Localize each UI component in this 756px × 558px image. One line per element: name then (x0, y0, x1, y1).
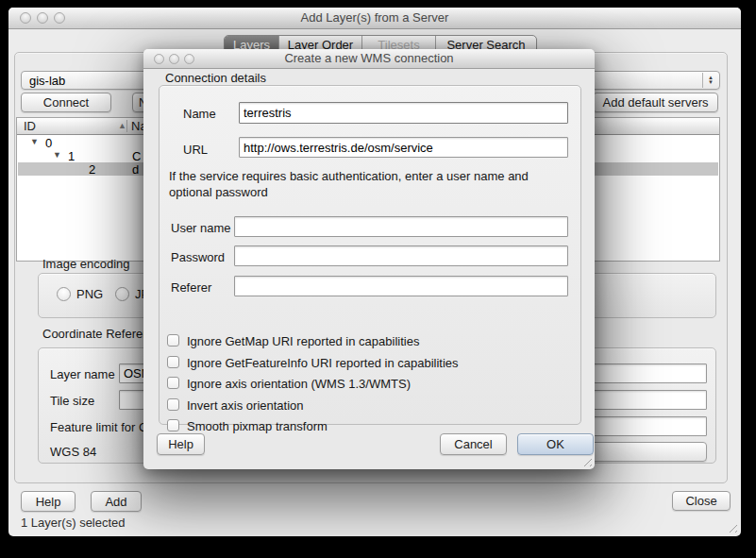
column-divider[interactable] (126, 120, 127, 132)
tile-size-label: Tile size (50, 394, 94, 408)
row-id: 0 (45, 136, 52, 150)
connect-button[interactable]: Connect (21, 93, 111, 112)
disclosure-triangle-icon[interactable]: ▼ (53, 150, 61, 160)
username-label: User name (171, 221, 231, 235)
row-id: 2 (89, 162, 95, 177)
ignore-axis-orientation-label: Ignore axis orientation (WMS 1.3/WMTS) (187, 377, 411, 391)
ignore-getfeatureinfo-checkbox[interactable] (167, 356, 179, 368)
connection-details-label: Connection details (165, 71, 266, 85)
ignore-axis-orientation-checkbox[interactable] (167, 377, 179, 389)
help-button-modal[interactable]: Help (157, 433, 205, 455)
modal-titlebar[interactable]: Create a new WMS connection (143, 49, 595, 69)
auth-note-text: If the service requires basic authentica… (169, 168, 542, 200)
screen: Add Layer(s) from a Server Layers Layer … (0, 0, 756, 558)
smooth-pixmap-checkbox[interactable] (167, 419, 179, 431)
smooth-pixmap-label: Smooth pixmap transform (187, 419, 328, 433)
invert-axis-orientation-checkbox[interactable] (167, 398, 179, 411)
referer-label: Referer (171, 280, 211, 295)
main-titlebar[interactable]: Add Layer(s) from a Server (8, 8, 741, 29)
layer-name-label: Layer name (50, 367, 115, 381)
password-input[interactable] (234, 245, 568, 266)
crs-value-label: WGS 84 (50, 445, 96, 459)
sort-ascending-icon: ▲ (118, 121, 126, 130)
png-radio[interactable] (57, 287, 71, 301)
url-input[interactable] (239, 137, 568, 158)
wms-connection-dialog: Create a new WMS connection Connection d… (143, 49, 595, 469)
status-text: 1 Layer(s) selected (21, 516, 126, 530)
url-label: URL (183, 143, 208, 157)
modal-title: Create a new WMS connection (143, 51, 595, 65)
ok-button[interactable]: OK (517, 433, 594, 455)
combo-stepper-icon: ▲▼ (702, 73, 718, 88)
ignore-getmap-label: Ignore GetMap URI reported in capabiliti… (187, 334, 419, 348)
column-header-id[interactable]: ID (24, 119, 36, 133)
server-connection-value: gis-lab (29, 74, 65, 88)
window-title: Add Layer(s) from a Server (8, 10, 741, 25)
add-button[interactable]: Add (91, 491, 142, 512)
ignore-getfeatureinfo-label: Ignore GetFeatureInfo URI reported in ca… (187, 356, 459, 370)
name-label: Name (183, 107, 216, 121)
close-button[interactable]: Close (672, 491, 731, 511)
image-encoding-label: Image encoding (42, 257, 130, 271)
referer-input[interactable] (234, 276, 568, 296)
ignore-getmap-checkbox[interactable] (167, 334, 179, 347)
row-name: d (132, 162, 139, 177)
window-resize-grip[interactable] (726, 521, 737, 533)
username-input[interactable] (234, 216, 568, 237)
png-radio-label: PNG (76, 287, 103, 301)
disclosure-triangle-icon[interactable]: ▼ (30, 137, 39, 146)
cancel-button[interactable]: Cancel (440, 433, 507, 455)
dialog-resize-grip[interactable] (580, 455, 592, 466)
name-input[interactable] (239, 102, 568, 124)
row-name: C (132, 149, 141, 163)
row-id: 1 (68, 149, 75, 163)
invert-axis-orientation-label: Invert axis orientation (187, 398, 304, 413)
connection-details-group: Name URL If the service requires basic a… (159, 85, 581, 425)
password-label: Password (171, 250, 225, 264)
help-button-main[interactable]: Help (21, 491, 76, 512)
jpeg-radio[interactable] (115, 287, 129, 301)
add-default-servers-button[interactable]: Add default servers (593, 93, 718, 112)
